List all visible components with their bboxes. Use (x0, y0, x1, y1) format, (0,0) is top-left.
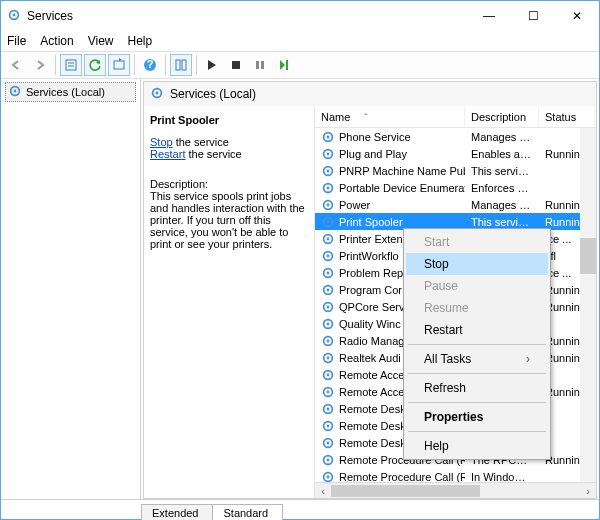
show-hide-button[interactable] (170, 54, 192, 76)
service-name: Quality Winc (339, 318, 401, 330)
ctx-sep (408, 402, 546, 403)
ctx-restart[interactable]: Restart (406, 319, 548, 341)
ctx-refresh[interactable]: Refresh (406, 377, 548, 399)
start-service-button[interactable] (201, 54, 223, 76)
pause-service-button[interactable] (249, 54, 271, 76)
service-row[interactable]: Phone ServiceManages th... (315, 128, 596, 145)
svg-point-31 (327, 237, 330, 240)
tree-root[interactable]: Services (Local) (5, 82, 136, 102)
service-icon (321, 334, 335, 348)
description-label: Description: (150, 178, 308, 190)
service-icon (321, 130, 335, 144)
service-desc: Manages p... (465, 199, 539, 211)
content-heading: Services (Local) (170, 87, 256, 101)
service-name: QPCore Serv (339, 301, 404, 313)
export-button[interactable] (108, 54, 130, 76)
service-row[interactable]: PowerManages p...Running (315, 196, 596, 213)
col-name[interactable]: Nameˆ (315, 106, 465, 127)
ctx-stop[interactable]: Stop (406, 253, 548, 275)
vertical-scrollbar[interactable] (580, 128, 596, 482)
service-icon (321, 249, 335, 263)
service-icon (321, 453, 335, 467)
menu-help[interactable]: Help (128, 34, 153, 48)
tab-extended[interactable]: Extended (141, 504, 213, 520)
help-button[interactable]: ? (139, 54, 161, 76)
ctx-pause: Pause (406, 275, 548, 297)
service-desc: In Windows... (465, 471, 539, 483)
close-button[interactable]: ✕ (555, 1, 599, 31)
restart-link[interactable]: Restart (150, 148, 185, 160)
svg-point-51 (327, 407, 330, 410)
service-name: Power (339, 199, 370, 211)
svg-point-29 (327, 220, 330, 223)
svg-point-41 (327, 322, 330, 325)
menu-file[interactable]: File (7, 34, 26, 48)
scroll-right-icon[interactable]: › (580, 485, 596, 497)
ctx-all-tasks[interactable]: All Tasks (406, 348, 548, 370)
service-name: Realtek Audi (339, 352, 401, 364)
separator (134, 55, 135, 75)
service-icon (321, 266, 335, 280)
tab-standard-label: Standard (223, 507, 268, 519)
service-name: Program Cor (339, 284, 402, 296)
service-icon (321, 283, 335, 297)
svg-rect-12 (261, 61, 264, 69)
back-button[interactable] (5, 54, 27, 76)
service-row[interactable]: PNRP Machine Name Publi...This service .… (315, 162, 596, 179)
service-icon (321, 351, 335, 365)
svg-text:?: ? (147, 58, 154, 70)
stop-link[interactable]: Stop (150, 136, 173, 148)
service-row[interactable]: Remote Procedure Call (RP...In Windows..… (315, 468, 596, 482)
col-desc[interactable]: Description (465, 106, 539, 127)
stop-service-button[interactable] (225, 54, 247, 76)
maximize-button[interactable]: ☐ (511, 1, 555, 31)
menu-action[interactable]: Action (40, 34, 73, 48)
svg-point-47 (327, 373, 330, 376)
service-list: Nameˆ Description Status Phone ServiceMa… (314, 106, 596, 498)
svg-rect-9 (182, 60, 186, 70)
service-row[interactable]: Plug and PlayEnables a c...Running (315, 145, 596, 162)
service-desc: Enables a c... (465, 148, 539, 160)
service-name: Remote Desk (339, 403, 406, 415)
svg-point-45 (327, 356, 330, 359)
svg-point-19 (327, 135, 330, 138)
svg-point-53 (327, 424, 330, 427)
svg-point-59 (327, 475, 330, 478)
scroll-left-icon[interactable]: ‹ (315, 485, 331, 497)
forward-button[interactable] (29, 54, 51, 76)
restart-service-button[interactable] (273, 54, 295, 76)
context-menu: Start Stop Pause Resume Restart All Task… (403, 228, 551, 460)
ctx-properties[interactable]: Properties (406, 406, 548, 428)
scroll-thumb[interactable] (331, 485, 480, 497)
service-name: Print Spooler (339, 216, 403, 228)
svg-point-23 (327, 169, 330, 172)
ctx-help[interactable]: Help (406, 435, 548, 457)
selected-service-name: Print Spooler (150, 114, 308, 126)
svg-point-1 (13, 14, 16, 17)
service-icon (321, 368, 335, 382)
svg-rect-5 (114, 61, 124, 69)
restart-suffix: the service (185, 148, 241, 160)
tree-pane: Services (Local) (1, 79, 141, 499)
column-headers: Nameˆ Description Status (315, 106, 596, 128)
ctx-sep (408, 373, 546, 374)
svg-point-15 (14, 90, 17, 93)
service-icon (321, 232, 335, 246)
col-status[interactable]: Status (539, 106, 595, 127)
scroll-thumb[interactable] (580, 238, 596, 274)
refresh-button[interactable] (84, 54, 106, 76)
svg-point-21 (327, 152, 330, 155)
minimize-button[interactable]: — (467, 1, 511, 31)
horizontal-scrollbar[interactable]: ‹ › (315, 482, 596, 498)
svg-rect-2 (66, 60, 76, 70)
ctx-sep (408, 344, 546, 345)
svg-point-33 (327, 254, 330, 257)
properties-button[interactable] (60, 54, 82, 76)
svg-point-27 (327, 203, 330, 206)
service-icon (321, 215, 335, 229)
service-icon (321, 164, 335, 178)
service-row[interactable]: Portable Device Enumerator...Enforces gr… (315, 179, 596, 196)
menu-view[interactable]: View (88, 34, 114, 48)
tab-standard[interactable]: Standard (212, 504, 283, 520)
scroll-track[interactable] (331, 485, 580, 497)
